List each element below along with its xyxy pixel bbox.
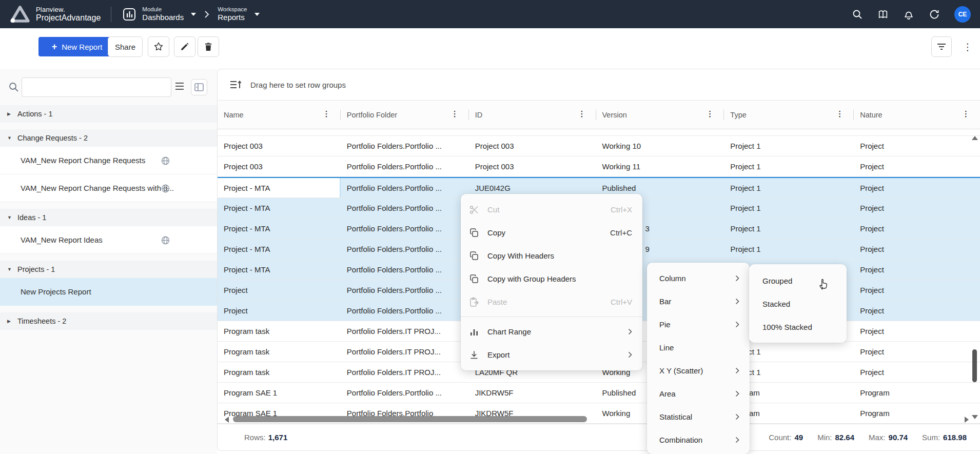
vertical-scroll-thumb[interactable] [972, 349, 977, 382]
menu-item-copy[interactable]: CopyCtrl+C [461, 221, 642, 244]
grid-cell-nature[interactable]: Project [854, 239, 980, 259]
grid-cell-name[interactable]: Project [218, 301, 341, 321]
column-header-name[interactable]: Name⋮ [218, 101, 341, 129]
grid-cell-type[interactable]: Project 1 [724, 178, 854, 198]
sidebar-group-change-requests-2[interactable]: ▼Change Requests - 2 [0, 129, 217, 147]
delete-button[interactable] [198, 36, 219, 57]
grid-cell-name[interactable]: Project 003 [218, 156, 341, 176]
grid-cell-name[interactable]: Project [218, 280, 341, 300]
grid-cell-name[interactable]: Project - MTA [218, 239, 341, 259]
grid-cell-nature[interactable]: Project [854, 362, 980, 382]
grid-cell-portfolio-folder[interactable]: Portfolio Folders.IT PROJ... [341, 342, 469, 362]
row-group-dropzone[interactable]: Drag here to set row groups [218, 69, 980, 101]
scroll-down-arrow-icon[interactable] [972, 415, 978, 419]
grid-cell-type[interactable]: Project 1 [724, 156, 854, 176]
chart-menu-item-combination[interactable]: Combination [647, 428, 750, 451]
favorite-button[interactable] [148, 36, 169, 57]
grid-cell-nature[interactable]: Project [854, 260, 980, 280]
sidebar-item-vam-new-report-ideas[interactable]: VAM_New Report Ideas [0, 226, 217, 254]
grid-cell-name[interactable]: Program task [218, 362, 341, 382]
grid-cell-name[interactable]: Program task [218, 342, 341, 362]
new-report-button[interactable]: + New Report [38, 37, 115, 56]
grid-cell-nature[interactable]: Project [854, 156, 980, 176]
grid-cell-portfolio-folder[interactable]: Portfolio Folders.Portfolio ... [341, 198, 469, 218]
grid-cell-nature[interactable]: Project [854, 136, 980, 156]
column-header-id[interactable]: ID⋮ [469, 101, 596, 129]
grid-cell-nature[interactable]: Project [854, 301, 980, 321]
grid-cell-nature[interactable]: Project [854, 280, 980, 300]
grid-cell-portfolio-folder[interactable]: Portfolio Folders.IT PROJ... [341, 362, 469, 382]
chart-menu-item-area[interactable]: Area [647, 382, 750, 405]
column-menu-item-grouped[interactable]: Grouped [749, 269, 847, 292]
grid-cell-nature[interactable]: Project [854, 198, 980, 218]
grid-cell-portfolio-folder[interactable]: Portfolio Folders.IT PROJ... [341, 321, 469, 341]
grid-cell-portfolio-folder[interactable]: Portfolio Folders.Portfolio ... [341, 383, 469, 403]
sidebar-group-ideas-1[interactable]: ▼Ideas - 1 [0, 209, 217, 226]
grid-cell-name[interactable]: Program task [218, 321, 341, 341]
column-header-nature[interactable]: Nature⋮ [854, 101, 980, 129]
grid-cell-nature[interactable]: Project [854, 321, 980, 341]
menu-item-chart-range[interactable]: Chart Range [461, 320, 642, 343]
table-row[interactable]: Program SAE 1Portfolio Folders.Portfolio… [218, 383, 980, 403]
column-menu-icon[interactable]: ⋮ [323, 109, 330, 119]
refresh-icon[interactable] [929, 9, 940, 20]
chart-menu-item-statistical[interactable]: Statistical [647, 405, 750, 428]
menu-item-copy-with-group-headers[interactable]: Copy with Group Headers [461, 267, 642, 290]
scroll-right-arrow-icon[interactable] [965, 417, 969, 423]
grid-cell-version[interactable]: Working 10 [596, 136, 724, 156]
grid-cell-name[interactable]: Project - MTA [218, 178, 341, 198]
grid-cell-version[interactable]: Working 11 [596, 156, 724, 176]
more-options-button[interactable]: ⋮ [958, 36, 977, 57]
collapse-panel-button[interactable] [191, 79, 207, 95]
column-header-portfolio-folder[interactable]: Portfolio Folder⋮ [341, 101, 469, 129]
avatar[interactable]: CE [954, 6, 971, 23]
grid-cell-portfolio-folder[interactable]: Portfolio Folders.Portfolio ... [341, 280, 469, 300]
nav-module-dashboards[interactable]: Module Dashboards [122, 6, 196, 22]
grid-cell-nature[interactable]: Project [854, 219, 980, 239]
grid-cell-portfolio-folder[interactable]: Portfolio Folders.Portfolio ... [341, 260, 469, 280]
grid-cell-nature[interactable]: Program [854, 383, 980, 403]
planview-logo[interactable]: Planview. ProjectAdvantage [9, 5, 101, 24]
column-menu-icon[interactable]: ⋮ [451, 109, 459, 119]
column-header-version[interactable]: Version⋮ [596, 101, 724, 129]
grid-cell-nature[interactable]: Project [854, 342, 980, 362]
column-menu-icon[interactable]: ⋮ [836, 109, 844, 119]
grid-cell-name[interactable]: Project 003 [218, 136, 341, 156]
filter-button[interactable] [931, 36, 952, 57]
grid-cell-name[interactable]: Project - MTA [218, 219, 341, 239]
menu-item-export[interactable]: Export [461, 343, 642, 366]
grid-cell-portfolio-folder[interactable]: Portfolio Folders.Portfolio ... [341, 156, 469, 176]
grid-cell-id[interactable]: JIKDRW5F [469, 383, 596, 403]
column-header-type[interactable]: Type⋮ [724, 101, 854, 129]
grid-cell-portfolio-folder[interactable]: Portfolio Folders.Portfolio ... [341, 136, 469, 156]
sidebar-item-vam-new-report-change-requests[interactable]: VAM_New Report Change Requests [0, 147, 217, 174]
chart-menu-item-x-y-scatter[interactable]: X Y (Scatter) [647, 359, 750, 382]
share-button[interactable]: Share [108, 36, 143, 57]
nav-workspace-reports[interactable]: Workspace Reports [218, 6, 259, 22]
grid-cell-name[interactable]: Program SAE 1 [218, 383, 341, 403]
grid-cell-portfolio-folder[interactable]: Portfolio Folders.Portfolio ... [341, 239, 469, 259]
grid-cell-id[interactable]: Project 003 [469, 136, 596, 156]
grid-cell-portfolio-folder[interactable]: Portfolio Folders.Portfolio ... [341, 178, 469, 198]
sidebar-item-vam-new-report-change-requests-with-a[interactable]: VAM_New Report Change Requests with a... [0, 174, 217, 202]
grid-cell-name[interactable]: Project - MTA [218, 260, 341, 280]
sidebar-search-input[interactable] [22, 77, 171, 97]
chart-menu-item-pie[interactable]: Pie [647, 313, 750, 336]
grid-cell-type[interactable]: Project 1 [724, 198, 854, 218]
bell-icon[interactable] [903, 9, 914, 20]
scroll-up-arrow-icon[interactable] [972, 136, 978, 140]
book-icon[interactable] [877, 9, 889, 20]
sidebar-group-actions-1[interactable]: ▶Actions - 1 [0, 105, 217, 123]
chart-menu-item-line[interactable]: Line [647, 336, 750, 359]
grid-cell-type[interactable]: Project 1 [724, 136, 854, 156]
chart-menu-item-column[interactable]: Column [647, 267, 750, 290]
menu-item-copy-with-headers[interactable]: Copy With Headers [461, 244, 642, 267]
grid-cell-portfolio-folder[interactable]: Portfolio Folders.Portfolio ... [341, 219, 469, 239]
edit-button[interactable] [174, 36, 195, 57]
column-menu-item-stacked[interactable]: Stacked [749, 292, 847, 315]
vertical-scrollbar[interactable] [972, 132, 978, 419]
column-menu-icon[interactable]: ⋮ [706, 109, 714, 119]
grid-cell-id[interactable]: Project 003 [469, 156, 596, 176]
column-menu-icon[interactable]: ⋮ [578, 109, 586, 119]
horizontal-scrollbar[interactable] [222, 415, 971, 423]
